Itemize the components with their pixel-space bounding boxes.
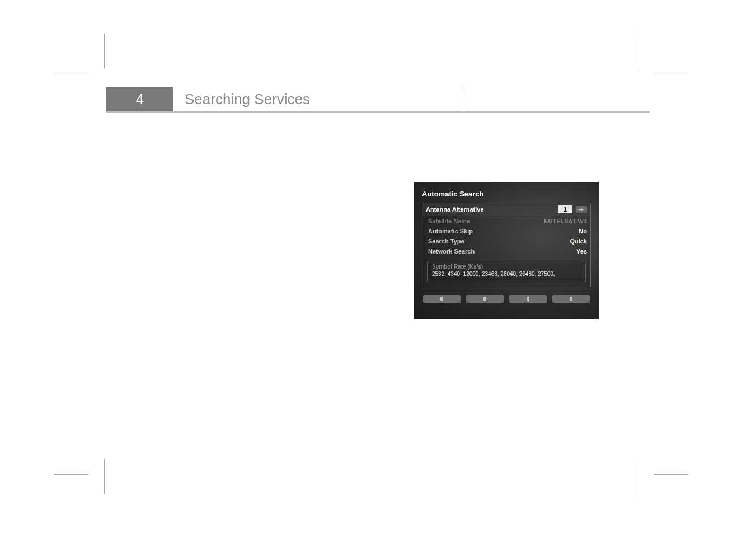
row-value: Yes bbox=[576, 248, 587, 255]
chapter-number: 4 bbox=[106, 87, 173, 113]
chapter-title: Searching Services bbox=[173, 87, 464, 113]
status-pill: 0 bbox=[466, 295, 504, 303]
row-satellite-name: Satellite Name EUTELSAT W4 bbox=[422, 216, 590, 226]
crop-mark bbox=[638, 34, 638, 68]
status-row: 0 0 0 0 bbox=[422, 295, 591, 303]
row-value: No bbox=[579, 228, 587, 235]
header-rule bbox=[464, 87, 650, 113]
row-value: 1 bbox=[558, 205, 572, 213]
crop-mark bbox=[654, 73, 688, 73]
status-pill: 0 bbox=[552, 295, 590, 303]
row-search-type[interactable]: Search Type Quick bbox=[422, 236, 590, 246]
crop-mark bbox=[654, 474, 688, 475]
page-header: 4 Searching Services bbox=[106, 87, 650, 113]
osd-panel: Antenna Alternative 1 ◂▸ Satellite Name … bbox=[422, 203, 591, 287]
status-pill: 0 bbox=[509, 295, 547, 303]
row-label: Network Search bbox=[428, 248, 475, 255]
status-pill: 0 bbox=[423, 295, 461, 303]
row-automatic-skip[interactable]: Automatic Skip No bbox=[422, 226, 590, 236]
osd-title: Automatic Search bbox=[422, 190, 591, 198]
crop-mark bbox=[104, 459, 105, 494]
row-network-search[interactable]: Network Search Yes bbox=[422, 246, 590, 256]
row-label: Satellite Name bbox=[428, 218, 470, 224]
osd-screenshot: Automatic Search Antenna Alternative 1 ◂… bbox=[414, 182, 599, 319]
row-value: Quick bbox=[570, 238, 587, 245]
left-right-arrows-icon[interactable]: ◂▸ bbox=[576, 206, 587, 213]
crop-mark bbox=[104, 34, 105, 68]
crop-mark bbox=[54, 474, 88, 475]
crop-mark bbox=[638, 459, 638, 494]
row-label: Search Type bbox=[428, 238, 464, 245]
row-antenna-alternative[interactable]: Antenna Alternative 1 ◂▸ bbox=[422, 203, 590, 216]
symbol-rate-value: 2532, 4340, 12000, 23468, 26040, 26480, … bbox=[432, 271, 581, 277]
symbol-rate-title: Symbol Rate (Ks/s) bbox=[432, 264, 581, 270]
row-label: Antenna Alternative bbox=[426, 206, 484, 213]
row-value: EUTELSAT W4 bbox=[544, 218, 587, 224]
symbol-rate-panel: Symbol Rate (Ks/s) 2532, 4340, 12000, 23… bbox=[427, 261, 586, 282]
crop-mark bbox=[54, 73, 88, 73]
row-label: Automatic Skip bbox=[428, 228, 473, 235]
